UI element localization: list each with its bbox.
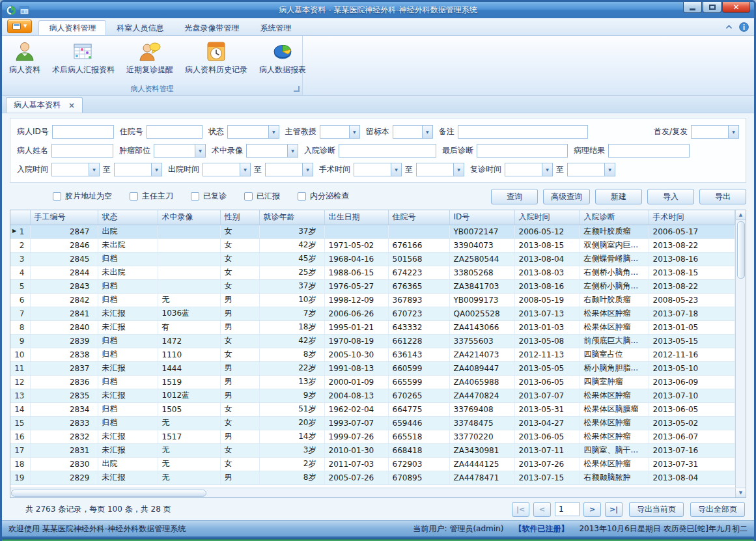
prev-page-button[interactable]: < (533, 502, 551, 517)
collapse-ribbon-icon[interactable] (725, 25, 733, 29)
ribbon-item[interactable]: 病人资料 (3, 38, 46, 77)
filter-input[interactable] (51, 144, 113, 158)
checkbox-icon[interactable] (191, 192, 199, 201)
scroll-up-icon[interactable]: ▲ (736, 210, 746, 220)
quick-access-icon[interactable] (20, 6, 29, 15)
ribbon-item[interactable]: 术后病人汇报资料 (46, 38, 120, 77)
column-header[interactable]: ID号 (449, 210, 514, 225)
main-menu-button[interactable]: ▼ (7, 20, 32, 33)
table-row[interactable]: 182830出院无女2岁2011-07-03672903ZA4444125201… (10, 457, 735, 471)
filter-dropdown[interactable]: ▼ (203, 163, 251, 176)
dropdown-value (320, 126, 349, 138)
app-logo-icon[interactable] (6, 5, 16, 16)
table-row[interactable]: 192829未汇报无男8岁2005-07-26670895ZA447847120… (10, 471, 735, 484)
maximize-button[interactable] (703, 2, 721, 13)
horizontal-scrollbar[interactable] (10, 488, 735, 497)
export-current-page-button[interactable]: 导出当前页 (629, 502, 684, 517)
table-row[interactable]: 142834归档1505女51岁1962-02-0466477533769408… (10, 402, 735, 416)
filter-dropdown[interactable]: ▼ (51, 163, 100, 176)
action-button[interactable]: 高级查询 (543, 189, 590, 204)
column-header[interactable]: 手工编号 (30, 210, 98, 225)
filter-input[interactable] (147, 125, 203, 139)
action-button[interactable]: 新建 (595, 189, 642, 204)
filter-checkbox[interactable]: 已复诊 (191, 191, 227, 202)
next-page-button[interactable]: > (583, 502, 601, 517)
filter-dropdown[interactable]: ▼ (320, 125, 360, 139)
table-row[interactable]: 32845归档女45岁1968-04-16501568ZA25805442013… (10, 252, 735, 266)
ribbon-tab[interactable]: 病人资料管理 (38, 20, 106, 35)
info-icon[interactable] (739, 22, 749, 32)
scroll-down-icon[interactable]: ▼ (736, 488, 746, 497)
filter-dropdown[interactable]: ▼ (393, 125, 433, 139)
action-button[interactable]: 导出 (699, 189, 746, 204)
filter-dropdown[interactable]: ▼ (691, 125, 739, 139)
column-header[interactable]: 入院时间 (514, 210, 580, 225)
table-row[interactable]: 102838归档1110女8岁2005-10-30636143ZA4214073… (10, 348, 735, 361)
column-header[interactable]: 手术时间 (649, 210, 735, 225)
filter-checkbox[interactable]: 胶片地址为空 (53, 191, 112, 202)
ribbon-tab[interactable]: 科室人员信息 (106, 20, 174, 35)
close-button[interactable]: ✕ (722, 2, 750, 13)
filter-dropdown[interactable]: ▼ (227, 125, 279, 139)
table-row[interactable]: 22846未出院女42岁1971-05-02676166339040732013… (10, 238, 735, 252)
checkbox-icon[interactable] (244, 192, 253, 201)
minimize-button[interactable] (683, 2, 702, 13)
column-header[interactable]: 术中录像 (158, 210, 220, 225)
filter-input[interactable] (339, 144, 436, 158)
vscroll-thumb[interactable] (737, 221, 745, 279)
filter-input[interactable] (608, 144, 690, 158)
column-header[interactable]: 入院诊断 (580, 210, 649, 225)
table-row[interactable]: 92839归档1472女42岁1970-08-19661228337556032… (10, 334, 735, 348)
table-row[interactable]: 42844未出院女25岁1988-06-15674223338052682013… (10, 266, 735, 279)
table-row[interactable]: 72841未汇报1036蓝男7岁2006-06-26670723QA002552… (10, 307, 735, 320)
export-all-pages-button[interactable]: 导出全部页 (690, 502, 745, 517)
filter-checkbox[interactable]: 主任主刀 (130, 191, 173, 202)
checkbox-icon[interactable] (298, 192, 306, 201)
first-page-button[interactable]: |< (512, 502, 529, 517)
filter-dropdown[interactable]: ▼ (114, 163, 162, 176)
filter-input[interactable] (52, 125, 114, 139)
checkbox-icon[interactable] (130, 192, 138, 201)
action-button[interactable]: 查询 (491, 189, 538, 204)
action-button[interactable]: 导入 (647, 189, 694, 204)
filter-input[interactable] (477, 144, 568, 158)
filter-dropdown[interactable]: ▼ (505, 163, 553, 176)
filter-checkbox[interactable]: 内分泌检查 (298, 191, 349, 202)
filter-dropdown[interactable]: ▼ (154, 144, 206, 158)
filter-checkbox[interactable]: 已汇报 (244, 191, 280, 202)
filter-dropdown[interactable]: ▼ (354, 163, 402, 176)
table-row[interactable]: 112837未汇报1444男22岁1991-08-13660599ZA40894… (10, 361, 735, 375)
ribbon-item[interactable]: 近期复诊提醒 (120, 38, 179, 77)
filter-dropdown[interactable]: ▼ (246, 144, 298, 158)
last-page-button[interactable]: >| (605, 502, 623, 517)
table-row[interactable]: 172831未汇报无女3岁2010-01-30668418ZA343098120… (10, 443, 735, 457)
ribbon-item[interactable]: 病人资料历史记录 (179, 38, 253, 77)
column-header[interactable]: 性别 (220, 210, 259, 225)
table-row[interactable]: 82840未汇报有男18岁1995-01-21643332ZA414306620… (10, 320, 735, 334)
column-header[interactable]: 住院号 (388, 210, 449, 225)
tab-patient-basic-info[interactable]: 病人基本资料 × (6, 97, 83, 113)
column-header[interactable]: 就诊年龄 (259, 210, 324, 225)
filter-dropdown[interactable]: ▼ (265, 163, 313, 176)
filter-input[interactable] (458, 125, 588, 139)
vertical-scrollbar[interactable]: ▲ ▼ (735, 210, 746, 497)
table-row[interactable]: 62842归档无男10岁1998-12-09367893YB0099173200… (10, 293, 735, 307)
column-header[interactable]: 出生日期 (324, 210, 388, 225)
ribbon-tab[interactable]: 光盘录像带管理 (174, 20, 249, 35)
ribbon-tab[interactable]: 系统管理 (249, 20, 301, 35)
column-header[interactable] (10, 210, 30, 225)
table-row[interactable]: 132835未汇报1012蓝男9岁2004-08-13670265ZA44708… (10, 389, 735, 402)
hscroll-thumb[interactable] (11, 490, 206, 497)
table-row[interactable]: 152833归档无女20岁1993-07-0765944633748475201… (10, 416, 735, 430)
filter-dropdown[interactable]: ▼ (416, 163, 464, 176)
table-row[interactable]: 122836归档1519男13岁2000-01-09665599ZA406598… (10, 375, 735, 389)
table-row[interactable]: 52843归档女37岁1976-05-27676365ZA38417032013… (10, 279, 735, 293)
table-row[interactable]: ▶12847出院女37岁YB00721472006-05-12左额叶胶质瘤200… (10, 225, 735, 238)
table-row[interactable]: 162832未汇报1517男14岁1999-07-266655183377022… (10, 430, 735, 443)
filter-dropdown[interactable]: ▼ (567, 163, 615, 176)
page-number-input[interactable] (555, 502, 580, 516)
checkbox-icon[interactable] (53, 192, 61, 201)
column-header[interactable]: 状态 (98, 210, 158, 225)
close-tab-icon[interactable]: × (68, 101, 75, 110)
dialog-launcher-icon[interactable] (294, 86, 300, 92)
